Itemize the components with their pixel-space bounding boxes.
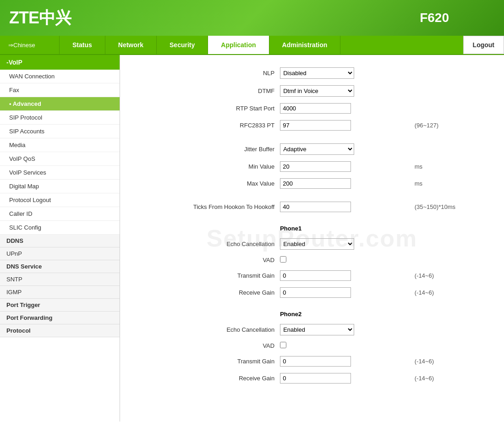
max-value-input-cell <box>277 175 409 192</box>
vad1-checkbox[interactable] <box>280 256 286 263</box>
sidebar-item-sip-protocol[interactable]: SIP Protocol <box>0 111 120 125</box>
sidebar-group-dns[interactable]: DNS Service <box>0 260 120 273</box>
navbar: ⇒Chinese Status Network Security Applica… <box>0 36 504 55</box>
sidebar-group-upnp[interactable]: UPnP <box>0 247 120 260</box>
rtp-input[interactable] <box>280 103 351 114</box>
min-value-hint: ms <box>415 163 422 170</box>
sidebar-item-fax[interactable]: Fax <box>0 83 120 97</box>
nlp-input-cell: Disabled Enabled <box>277 64 409 82</box>
phone1-header-row: Phone1 <box>134 222 490 235</box>
rtp-row: RTP Start Port <box>134 100 490 117</box>
logout-button[interactable]: Logout <box>463 36 504 54</box>
vad2-checkbox[interactable] <box>280 342 286 348</box>
echo-cancel2-input-cell: Enabled Disabled <box>277 321 409 339</box>
sidebar-group-port-trigger[interactable]: Port Trigger <box>0 299 120 312</box>
echo-cancel2-select[interactable]: Enabled Disabled <box>280 324 354 335</box>
sidebar-group-igmp[interactable]: IGMP <box>0 286 120 299</box>
phone2-header-row: Phone2 <box>134 307 490 321</box>
nav-application[interactable]: Application <box>208 36 269 54</box>
ticks-row: Ticks From Hookon To Hookoff (35~150)*10… <box>134 198 490 215</box>
max-value-hint: ms <box>415 180 422 187</box>
vad2-row: VAD <box>134 339 490 353</box>
device-name: F620 <box>420 11 449 25</box>
vad2-label: VAD <box>134 339 277 353</box>
nlp-select[interactable]: Disabled Enabled <box>280 67 354 79</box>
sidebar-item-digital-map[interactable]: Digital Map <box>0 180 120 193</box>
sidebar-item-protocol-logout[interactable]: Protocol Logout <box>0 193 120 207</box>
vad1-row: VAD <box>134 253 490 267</box>
echo-cancel1-row: Echo Cancellation Enabled Disabled <box>134 235 490 253</box>
receive-gain2-hint: (-14~6) <box>415 375 434 382</box>
echo-cancel1-label: Echo Cancellation <box>134 235 277 253</box>
vad2-input-cell <box>277 339 409 353</box>
nav-items: Status Network Security Application Admi… <box>60 36 463 54</box>
receive-gain2-input[interactable] <box>280 373 351 384</box>
sidebar-item-advanced[interactable]: Advanced <box>0 97 120 111</box>
nav-network[interactable]: Network <box>105 36 157 54</box>
receive-gain1-hint: (-14~6) <box>415 289 434 296</box>
max-value-label: Max Value <box>134 175 277 192</box>
sidebar-item-caller-id[interactable]: Caller ID <box>0 207 120 221</box>
nav-lang[interactable]: ⇒Chinese <box>0 36 60 54</box>
transmit-gain2-label: Transmit Gain <box>134 353 277 370</box>
phone2-label: Phone2 <box>277 307 409 321</box>
ticks-input-cell <box>277 198 409 215</box>
content: -VoIP WAN Connection Fax Advanced SIP Pr… <box>0 55 504 422</box>
ticks-input[interactable] <box>280 202 351 212</box>
nlp-label: NLP <box>134 64 277 82</box>
transmit-gain2-input[interactable] <box>280 356 351 367</box>
sidebar-voip-header[interactable]: -VoIP <box>0 55 120 70</box>
nav-status[interactable]: Status <box>60 36 105 54</box>
max-value-row: Max Value ms <box>134 175 490 192</box>
nav-lang-label: ⇒Chinese <box>8 42 35 49</box>
sidebar-item-sip-accounts[interactable]: SIP Accounts <box>0 125 120 138</box>
receive-gain2-row: Receive Gain (-14~6) <box>134 370 490 387</box>
transmit-gain1-hint: (-14~6) <box>415 272 434 279</box>
sidebar-group-sntp[interactable]: SNTP <box>0 273 120 286</box>
transmit-gain1-row: Transmit Gain (-14~6) <box>134 267 490 284</box>
dtmf-input-cell: Dtmf in Voice Dtmf in RTP Dtmf in SIP <box>277 82 409 100</box>
transmit-gain2-hint: (-14~6) <box>415 358 434 365</box>
receive-gain1-input[interactable] <box>280 287 351 298</box>
min-value-row: Min Value ms <box>134 158 490 175</box>
jitter-label: Jitter Buffer <box>134 140 277 158</box>
rfc2833-row: RFC2833 PT (96~127) <box>134 117 490 134</box>
transmit-gain1-input-cell <box>277 267 409 284</box>
echo-cancel1-input-cell: Enabled Disabled <box>277 235 409 253</box>
sidebar-item-slic-config[interactable]: SLIC Config <box>0 221 120 235</box>
sidebar-group-port-forwarding[interactable]: Port Forwarding <box>0 312 120 324</box>
min-value-input[interactable] <box>280 161 351 172</box>
receive-gain1-label: Receive Gain <box>134 284 277 301</box>
transmit-gain1-label: Transmit Gain <box>134 267 277 284</box>
nav-security[interactable]: Security <box>157 36 208 54</box>
max-value-input[interactable] <box>280 178 351 189</box>
receive-gain1-row: Receive Gain (-14~6) <box>134 284 490 301</box>
receive-gain2-input-cell <box>277 370 409 387</box>
ticks-label: Ticks From Hookon To Hookoff <box>134 198 277 215</box>
sidebar-item-voip-services[interactable]: VoIP Services <box>0 166 120 180</box>
dtmf-select[interactable]: Dtmf in Voice Dtmf in RTP Dtmf in SIP <box>280 85 354 97</box>
sidebar-item-voip-qos[interactable]: VoIP QoS <box>0 152 120 166</box>
jitter-row: Jitter Buffer Adaptive Fixed <box>134 140 490 158</box>
sidebar-group-protocol[interactable]: Protocol <box>0 324 120 337</box>
jitter-input-cell: Adaptive Fixed <box>277 140 409 158</box>
main-content: SetupRouter.com NLP Disabled Enabled <box>120 55 504 422</box>
sidebar-item-wan[interactable]: WAN Connection <box>0 70 120 83</box>
dtmf-label: DTMF <box>134 82 277 100</box>
jitter-select[interactable]: Adaptive Fixed <box>280 143 354 155</box>
header: ZTE中兴 F620 <box>0 0 504 36</box>
echo-cancel1-select[interactable]: Enabled Disabled <box>280 238 354 250</box>
dtmf-row: DTMF Dtmf in Voice Dtmf in RTP Dtmf in S… <box>134 82 490 100</box>
receive-gain2-label: Receive Gain <box>134 370 277 387</box>
sidebar-item-media[interactable]: Media <box>0 138 120 152</box>
transmit-gain1-input[interactable] <box>280 270 351 281</box>
rfc2833-input-cell <box>277 117 409 134</box>
rfc2833-input[interactable] <box>280 120 351 131</box>
vad1-label: VAD <box>134 253 277 267</box>
nav-administration[interactable]: Administration <box>269 36 341 54</box>
sidebar: -VoIP WAN Connection Fax Advanced SIP Pr… <box>0 55 120 422</box>
sidebar-group-ddns[interactable]: DDNS <box>0 235 120 247</box>
echo-cancel2-row: Echo Cancellation Enabled Disabled <box>134 321 490 339</box>
transmit-gain2-input-cell <box>277 353 409 370</box>
settings-form: NLP Disabled Enabled DTMF Dtmf in Voic <box>134 64 490 387</box>
